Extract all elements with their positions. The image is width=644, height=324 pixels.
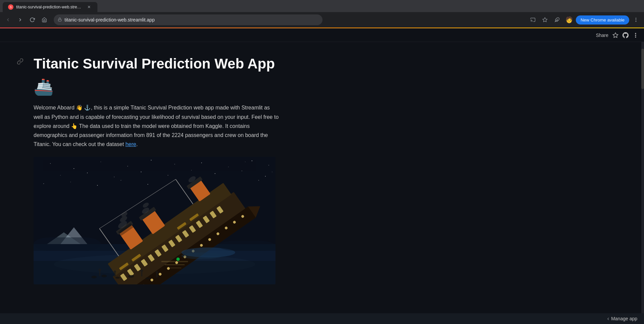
svg-point-32 <box>43 184 44 184</box>
svg-point-13 <box>50 164 51 164</box>
svg-point-113 <box>176 258 180 261</box>
tab-title: titanic-survival-prediction-web.streamli… <box>16 5 83 9</box>
extensions-button[interactable] <box>552 14 562 25</box>
svg-point-103 <box>128 275 134 278</box>
description-end: . <box>136 141 137 147</box>
svg-rect-115 <box>165 264 185 265</box>
ship-emoji: 🚢 <box>34 78 621 96</box>
bookmark-button[interactable] <box>540 14 550 25</box>
manage-app-label: Manage app <box>611 316 637 321</box>
svg-point-108 <box>114 271 116 273</box>
github-button[interactable] <box>622 32 629 38</box>
browser-toolbar: 🧑 New Chrome available <box>0 12 644 28</box>
svg-point-35 <box>121 180 121 181</box>
svg-rect-107 <box>114 273 116 277</box>
chrome-menu-button[interactable] <box>631 14 641 25</box>
svg-point-36 <box>147 184 148 185</box>
browser-chrome: S titanic-survival-prediction-web.stream… <box>0 0 644 29</box>
chevron-icon: ‹ <box>607 316 609 322</box>
svg-point-106 <box>98 269 101 271</box>
svg-point-112 <box>156 271 158 274</box>
svg-rect-116 <box>168 268 181 268</box>
svg-point-10 <box>635 35 636 36</box>
tab-close-button[interactable]: ✕ <box>86 4 92 10</box>
svg-point-110 <box>140 269 143 272</box>
svg-marker-8 <box>613 33 618 37</box>
address-bar[interactable] <box>54 14 323 25</box>
page-title: Titanic Survival Prediction Web App <box>34 55 621 72</box>
svg-point-39 <box>272 172 272 172</box>
svg-point-99 <box>181 252 222 259</box>
svg-point-25 <box>114 177 114 177</box>
titanic-image <box>34 157 275 284</box>
new-chrome-button[interactable]: New Chrome available <box>576 15 629 25</box>
svg-point-26 <box>141 172 141 172</box>
svg-point-37 <box>245 162 246 162</box>
description-text: Welcome Aboard 👋 ⚓, this is a simple Tit… <box>34 103 279 149</box>
svg-point-17 <box>151 160 152 160</box>
svg-point-23 <box>60 175 60 176</box>
content-area: Titanic Survival Prediction Web App 🚢 We… <box>0 42 641 324</box>
link-anchor-icon[interactable] <box>17 58 24 66</box>
url-input[interactable] <box>65 17 318 22</box>
svg-point-100 <box>91 276 97 278</box>
favorite-button[interactable] <box>612 32 618 38</box>
dataset-link[interactable]: here <box>125 141 136 147</box>
svg-point-28 <box>191 170 191 171</box>
profile-button[interactable]: 🧑 <box>564 14 574 25</box>
svg-point-19 <box>201 163 202 163</box>
svg-point-24 <box>87 173 88 173</box>
bottom-bar: ‹ Manage app <box>0 313 644 324</box>
svg-rect-105 <box>99 271 100 276</box>
svg-rect-111 <box>156 273 158 277</box>
svg-point-5 <box>636 18 636 18</box>
svg-marker-2 <box>543 17 547 22</box>
tab-favicon: S <box>8 4 13 10</box>
svg-point-9 <box>635 33 636 34</box>
back-button[interactable] <box>3 14 13 25</box>
svg-rect-114 <box>161 261 188 262</box>
active-tab[interactable]: S titanic-survival-prediction-web.stream… <box>3 2 97 12</box>
svg-point-33 <box>70 182 71 182</box>
cast-button[interactable] <box>527 14 538 25</box>
home-button[interactable] <box>39 14 50 25</box>
security-icon <box>58 17 62 22</box>
svg-point-18 <box>174 164 175 165</box>
svg-point-38 <box>258 180 259 181</box>
streamlit-header: Share <box>0 29 644 42</box>
svg-point-15 <box>100 162 101 162</box>
svg-rect-117 <box>34 237 101 251</box>
reload-button[interactable] <box>27 14 38 25</box>
svg-point-7 <box>636 21 636 21</box>
svg-point-29 <box>215 173 215 174</box>
toolbar-right: 🧑 New Chrome available <box>527 14 641 25</box>
svg-point-102 <box>115 277 120 279</box>
svg-point-16 <box>127 166 128 167</box>
svg-point-101 <box>101 275 107 277</box>
forward-button[interactable] <box>15 14 26 25</box>
svg-point-104 <box>145 277 150 279</box>
svg-point-6 <box>636 19 636 20</box>
svg-rect-109 <box>141 272 142 276</box>
main-content: Titanic Survival Prediction Web App 🚢 We… <box>0 42 644 324</box>
svg-point-14 <box>74 168 74 169</box>
svg-rect-0 <box>58 19 61 21</box>
manage-app-button[interactable]: ‹ Manage app <box>607 316 637 322</box>
svg-point-34 <box>97 185 98 186</box>
svg-rect-118 <box>218 241 275 251</box>
svg-point-11 <box>635 37 636 37</box>
svg-point-21 <box>252 160 252 161</box>
svg-point-30 <box>242 171 242 171</box>
scrollbar-track[interactable] <box>641 42 644 324</box>
svg-point-20 <box>228 167 228 167</box>
svg-point-22 <box>268 165 269 166</box>
svg-point-31 <box>265 176 266 177</box>
share-button[interactable]: Share <box>596 33 608 38</box>
tab-bar: S titanic-survival-prediction-web.stream… <box>0 0 644 12</box>
svg-point-27 <box>168 175 168 176</box>
description-text-part1: Welcome Aboard 👋 ⚓, this is a simple Tit… <box>34 105 278 147</box>
app-menu-button[interactable] <box>633 32 639 38</box>
